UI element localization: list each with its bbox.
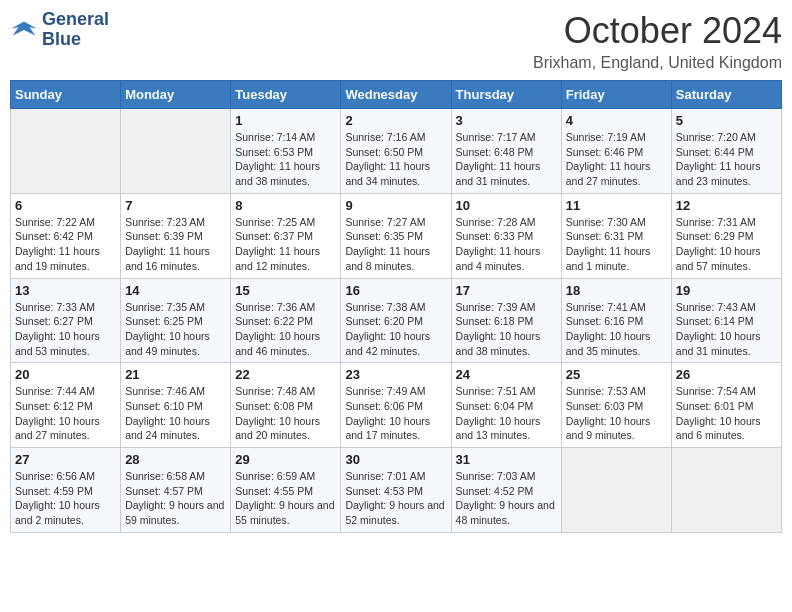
- day-info: Sunrise: 7:23 AMSunset: 6:39 PMDaylight:…: [125, 215, 226, 274]
- calendar-cell: 16Sunrise: 7:38 AMSunset: 6:20 PMDayligh…: [341, 278, 451, 363]
- calendar-cell: 14Sunrise: 7:35 AMSunset: 6:25 PMDayligh…: [121, 278, 231, 363]
- calendar-cell: 24Sunrise: 7:51 AMSunset: 6:04 PMDayligh…: [451, 363, 561, 448]
- calendar-cell: 17Sunrise: 7:39 AMSunset: 6:18 PMDayligh…: [451, 278, 561, 363]
- calendar-cell: 25Sunrise: 7:53 AMSunset: 6:03 PMDayligh…: [561, 363, 671, 448]
- page-header: General Blue October 2024 Brixham, Engla…: [10, 10, 782, 72]
- day-number: 10: [456, 198, 557, 213]
- day-info: Sunrise: 7:14 AMSunset: 6:53 PMDaylight:…: [235, 130, 336, 189]
- day-number: 1: [235, 113, 336, 128]
- day-info: Sunrise: 7:46 AMSunset: 6:10 PMDaylight:…: [125, 384, 226, 443]
- calendar-cell: 26Sunrise: 7:54 AMSunset: 6:01 PMDayligh…: [671, 363, 781, 448]
- calendar-week-row: 13Sunrise: 7:33 AMSunset: 6:27 PMDayligh…: [11, 278, 782, 363]
- day-number: 9: [345, 198, 446, 213]
- weekday-header: Friday: [561, 81, 671, 109]
- calendar-cell: 29Sunrise: 6:59 AMSunset: 4:55 PMDayligh…: [231, 448, 341, 533]
- day-info: Sunrise: 7:51 AMSunset: 6:04 PMDaylight:…: [456, 384, 557, 443]
- day-number: 26: [676, 367, 777, 382]
- day-info: Sunrise: 7:53 AMSunset: 6:03 PMDaylight:…: [566, 384, 667, 443]
- day-number: 17: [456, 283, 557, 298]
- svg-marker-0: [11, 21, 36, 35]
- calendar-cell: 6Sunrise: 7:22 AMSunset: 6:42 PMDaylight…: [11, 193, 121, 278]
- day-info: Sunrise: 7:35 AMSunset: 6:25 PMDaylight:…: [125, 300, 226, 359]
- day-info: Sunrise: 7:31 AMSunset: 6:29 PMDaylight:…: [676, 215, 777, 274]
- day-number: 4: [566, 113, 667, 128]
- calendar-cell: 10Sunrise: 7:28 AMSunset: 6:33 PMDayligh…: [451, 193, 561, 278]
- day-number: 28: [125, 452, 226, 467]
- calendar-week-row: 1Sunrise: 7:14 AMSunset: 6:53 PMDaylight…: [11, 109, 782, 194]
- day-info: Sunrise: 7:27 AMSunset: 6:35 PMDaylight:…: [345, 215, 446, 274]
- day-info: Sunrise: 6:58 AMSunset: 4:57 PMDaylight:…: [125, 469, 226, 528]
- day-number: 31: [456, 452, 557, 467]
- calendar-cell: 28Sunrise: 6:58 AMSunset: 4:57 PMDayligh…: [121, 448, 231, 533]
- calendar-cell: 15Sunrise: 7:36 AMSunset: 6:22 PMDayligh…: [231, 278, 341, 363]
- day-info: Sunrise: 7:33 AMSunset: 6:27 PMDaylight:…: [15, 300, 116, 359]
- calendar-cell: 9Sunrise: 7:27 AMSunset: 6:35 PMDaylight…: [341, 193, 451, 278]
- day-info: Sunrise: 7:43 AMSunset: 6:14 PMDaylight:…: [676, 300, 777, 359]
- weekday-header: Monday: [121, 81, 231, 109]
- calendar-body: 1Sunrise: 7:14 AMSunset: 6:53 PMDaylight…: [11, 109, 782, 533]
- calendar-week-row: 6Sunrise: 7:22 AMSunset: 6:42 PMDaylight…: [11, 193, 782, 278]
- day-number: 22: [235, 367, 336, 382]
- weekday-row: SundayMondayTuesdayWednesdayThursdayFrid…: [11, 81, 782, 109]
- day-info: Sunrise: 7:39 AMSunset: 6:18 PMDaylight:…: [456, 300, 557, 359]
- calendar-cell: [561, 448, 671, 533]
- calendar-cell: 5Sunrise: 7:20 AMSunset: 6:44 PMDaylight…: [671, 109, 781, 194]
- day-info: Sunrise: 7:03 AMSunset: 4:52 PMDaylight:…: [456, 469, 557, 528]
- day-number: 30: [345, 452, 446, 467]
- calendar-cell: 1Sunrise: 7:14 AMSunset: 6:53 PMDaylight…: [231, 109, 341, 194]
- day-number: 3: [456, 113, 557, 128]
- day-number: 13: [15, 283, 116, 298]
- day-info: Sunrise: 7:38 AMSunset: 6:20 PMDaylight:…: [345, 300, 446, 359]
- day-number: 7: [125, 198, 226, 213]
- day-number: 15: [235, 283, 336, 298]
- calendar-cell: 27Sunrise: 6:56 AMSunset: 4:59 PMDayligh…: [11, 448, 121, 533]
- calendar-cell: 7Sunrise: 7:23 AMSunset: 6:39 PMDaylight…: [121, 193, 231, 278]
- day-number: 20: [15, 367, 116, 382]
- day-number: 8: [235, 198, 336, 213]
- day-number: 5: [676, 113, 777, 128]
- day-info: Sunrise: 7:48 AMSunset: 6:08 PMDaylight:…: [235, 384, 336, 443]
- calendar-cell: 22Sunrise: 7:48 AMSunset: 6:08 PMDayligh…: [231, 363, 341, 448]
- logo: General Blue: [10, 10, 109, 50]
- calendar-cell: 11Sunrise: 7:30 AMSunset: 6:31 PMDayligh…: [561, 193, 671, 278]
- day-info: Sunrise: 7:16 AMSunset: 6:50 PMDaylight:…: [345, 130, 446, 189]
- logo-text: General Blue: [42, 10, 109, 50]
- day-info: Sunrise: 6:56 AMSunset: 4:59 PMDaylight:…: [15, 469, 116, 528]
- weekday-header: Wednesday: [341, 81, 451, 109]
- day-info: Sunrise: 7:49 AMSunset: 6:06 PMDaylight:…: [345, 384, 446, 443]
- weekday-header: Tuesday: [231, 81, 341, 109]
- day-info: Sunrise: 7:44 AMSunset: 6:12 PMDaylight:…: [15, 384, 116, 443]
- day-number: 18: [566, 283, 667, 298]
- day-info: Sunrise: 7:19 AMSunset: 6:46 PMDaylight:…: [566, 130, 667, 189]
- day-info: Sunrise: 6:59 AMSunset: 4:55 PMDaylight:…: [235, 469, 336, 528]
- day-number: 12: [676, 198, 777, 213]
- day-info: Sunrise: 7:25 AMSunset: 6:37 PMDaylight:…: [235, 215, 336, 274]
- calendar-cell: 19Sunrise: 7:43 AMSunset: 6:14 PMDayligh…: [671, 278, 781, 363]
- calendar-cell: 23Sunrise: 7:49 AMSunset: 6:06 PMDayligh…: [341, 363, 451, 448]
- day-info: Sunrise: 7:54 AMSunset: 6:01 PMDaylight:…: [676, 384, 777, 443]
- day-number: 25: [566, 367, 667, 382]
- calendar-cell: 13Sunrise: 7:33 AMSunset: 6:27 PMDayligh…: [11, 278, 121, 363]
- calendar-week-row: 27Sunrise: 6:56 AMSunset: 4:59 PMDayligh…: [11, 448, 782, 533]
- calendar-cell: 20Sunrise: 7:44 AMSunset: 6:12 PMDayligh…: [11, 363, 121, 448]
- calendar-cell: 3Sunrise: 7:17 AMSunset: 6:48 PMDaylight…: [451, 109, 561, 194]
- day-info: Sunrise: 7:36 AMSunset: 6:22 PMDaylight:…: [235, 300, 336, 359]
- calendar-cell: [121, 109, 231, 194]
- day-number: 14: [125, 283, 226, 298]
- calendar-header: SundayMondayTuesdayWednesdayThursdayFrid…: [11, 81, 782, 109]
- calendar-cell: [11, 109, 121, 194]
- day-number: 29: [235, 452, 336, 467]
- day-number: 2: [345, 113, 446, 128]
- location: Brixham, England, United Kingdom: [533, 54, 782, 72]
- day-number: 6: [15, 198, 116, 213]
- calendar-cell: [671, 448, 781, 533]
- day-number: 16: [345, 283, 446, 298]
- calendar-cell: 8Sunrise: 7:25 AMSunset: 6:37 PMDaylight…: [231, 193, 341, 278]
- calendar-table: SundayMondayTuesdayWednesdayThursdayFrid…: [10, 80, 782, 533]
- day-number: 11: [566, 198, 667, 213]
- month-title: October 2024: [533, 10, 782, 52]
- day-info: Sunrise: 7:22 AMSunset: 6:42 PMDaylight:…: [15, 215, 116, 274]
- calendar-cell: 2Sunrise: 7:16 AMSunset: 6:50 PMDaylight…: [341, 109, 451, 194]
- day-info: Sunrise: 7:20 AMSunset: 6:44 PMDaylight:…: [676, 130, 777, 189]
- day-number: 27: [15, 452, 116, 467]
